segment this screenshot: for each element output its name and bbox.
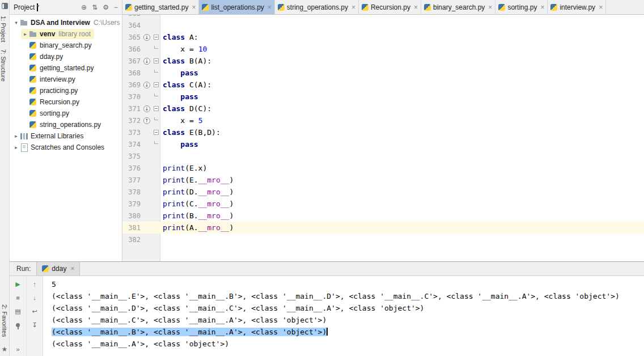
collapse-all-icon[interactable]: ⇅ (92, 4, 98, 11)
overrides-gutter-icon[interactable]: ↑ (142, 117, 152, 124)
editor-line[interactable]: 376print(E.x) (122, 162, 644, 174)
tree-item-content: interview.py (21, 74, 79, 84)
editor-tab-recursion-py[interactable]: Recursion.py× (359, 0, 421, 14)
editor-line[interactable]: 382 (122, 234, 644, 245)
fold-marker-icon[interactable] (152, 91, 160, 103)
code-editor[interactable]: 363364365↓class A:366 x = 10367↓class B(… (122, 15, 644, 261)
editor-line[interactable]: 377print(E.__mro__) (122, 174, 644, 186)
tree-item-scratches-and-consoles[interactable]: ▸Scratches and Consoles (10, 142, 122, 153)
prev-occurrence-icon[interactable]: ↑ (31, 280, 39, 288)
tab-close-icon[interactable]: × (488, 3, 492, 11)
tree-item-external-libraries[interactable]: ▸External Libraries (10, 130, 122, 142)
fold-marker-icon[interactable] (152, 138, 160, 150)
subclassed-gutter-icon[interactable]: ↓ (142, 105, 152, 112)
run-tab-dday[interactable]: dday × (36, 262, 80, 276)
next-occurrence-icon[interactable]: ↓ (31, 294, 39, 302)
editor-line[interactable]: 368 pass (122, 67, 644, 79)
favorites-star-icon[interactable]: ★ (2, 345, 8, 353)
fold-marker-icon[interactable] (152, 126, 160, 138)
fold-marker-icon[interactable] (152, 79, 160, 91)
tree-collapsed-arrow-icon[interactable]: ▸ (12, 133, 20, 139)
console-line[interactable]: (<class '__main__.D'>, <class '__main__.… (52, 302, 644, 314)
tab-close-icon[interactable]: × (192, 3, 196, 11)
editor-line[interactable]: 380print(B.__mro__) (122, 210, 644, 222)
tree-collapsed-arrow-icon[interactable]: ▸ (12, 145, 20, 150)
editor-line[interactable]: 370 pass (122, 91, 644, 103)
pin-icon[interactable] (14, 321, 22, 329)
tree-item-venv[interactable]: ▸venvlibrary root (10, 28, 122, 40)
tree-item-content: getting_started.py (21, 63, 97, 73)
editor-tab-binary-search-py[interactable]: binary_search.py× (421, 0, 495, 14)
editor-tab-string-operations-py[interactable]: string_operations.py× (275, 0, 359, 14)
tab-close-icon[interactable]: × (414, 3, 418, 11)
console-line[interactable]: 5 (52, 278, 644, 290)
editor-tab-sorting-py[interactable]: sorting.py× (495, 0, 548, 14)
tree-item-dsa-and-interview[interactable]: ▾DSA and InterviewC:\Users (10, 17, 122, 28)
tree-item-dday-py[interactable]: dday.py (10, 51, 122, 62)
fold-marker-icon[interactable] (152, 67, 160, 79)
fold-spacer (152, 222, 160, 234)
locate-icon[interactable]: ⊕ (81, 4, 87, 11)
project-panel-toolbar: Project ▾ ⊕⇅⚙− (10, 0, 122, 15)
editor-tab-getting-started-py[interactable]: getting_started.py× (122, 0, 199, 14)
fold-spacer (152, 150, 160, 162)
soft-wrap-icon[interactable]: ↩ (31, 307, 39, 315)
editor-line[interactable]: 375 (122, 150, 644, 162)
editor-line[interactable]: 381print(A.__mro__) (122, 222, 644, 234)
editor-tab-list-operations-py[interactable]: list_operations.py× (199, 0, 274, 14)
console-line[interactable]: (<class '__main__.B'>, <class '__main__.… (52, 326, 644, 338)
editor-line[interactable]: 365↓class A: (122, 31, 644, 43)
tree-item-sorting-py[interactable]: sorting.py (10, 108, 122, 119)
subclassed-gutter-icon[interactable]: ↓ (142, 58, 152, 65)
restore-layout-icon[interactable]: ▤ (14, 307, 22, 315)
editor-line[interactable]: 366 x = 10 (122, 43, 644, 55)
stripe-button-1-project[interactable]: 1: Project (0, 16, 7, 42)
stop-icon[interactable]: ■ (14, 294, 22, 302)
editor-line[interactable]: 379print(C.__mro__) (122, 198, 644, 210)
editor-line[interactable]: 378print(D.__mro__) (122, 186, 644, 198)
run-console-output[interactable]: 5(<class '__main__.E'>, <class '__main__… (43, 276, 644, 356)
python-file-icon (550, 4, 557, 11)
gear-icon[interactable]: ⚙ (103, 4, 109, 11)
hide-panel-icon[interactable]: − (114, 4, 118, 11)
subclassed-gutter-icon[interactable]: ↓ (142, 82, 152, 88)
more-options-icon[interactable]: » (14, 345, 22, 353)
editor-line[interactable]: 363 (122, 15, 644, 19)
editor-line[interactable]: 371↓class D(C): (122, 103, 644, 115)
tree-item-interview-py[interactable]: interview.py (10, 74, 122, 85)
tree-item-practicing-py[interactable]: practicing.py (10, 85, 122, 96)
fold-marker-icon[interactable] (152, 55, 160, 67)
tab-close-icon[interactable]: × (351, 3, 355, 11)
tree-item-recursion-py[interactable]: Recursion.py (10, 96, 122, 108)
editor-line[interactable]: 374 pass (122, 138, 644, 150)
fold-marker-icon[interactable] (152, 115, 160, 126)
subclassed-gutter-icon[interactable]: ↓ (142, 34, 152, 41)
tool-window-icon[interactable] (2, 3, 8, 9)
tree-expanded-arrow-icon[interactable]: ▾ (12, 20, 20, 26)
tab-close-icon[interactable]: × (70, 265, 74, 273)
editor-line[interactable]: 369↓class C(A): (122, 79, 644, 91)
editor-line[interactable]: 364 (122, 19, 644, 31)
editor-tab-interview-py[interactable]: interview.py× (548, 0, 606, 14)
tree-item-getting-started-py[interactable]: getting_started.py (10, 62, 122, 74)
stripe-button-2-favorites[interactable]: 2: Favorites (1, 304, 8, 337)
scroll-to-end-icon[interactable]: ↧ (31, 321, 39, 329)
tab-close-icon[interactable]: × (540, 3, 544, 11)
stripe-button-7-structure[interactable]: 7: Structure (0, 49, 7, 82)
editor-line[interactable]: 372↑ x = 5 (122, 115, 644, 126)
tab-close-icon[interactable]: × (268, 3, 272, 11)
tree-item-string-operations-py[interactable]: string_operations.py (10, 119, 122, 130)
tree-item-binary-search-py[interactable]: binary_search.py (10, 40, 122, 51)
console-line[interactable]: (<class '__main__.C'>, <class '__main__.… (52, 314, 644, 326)
fold-marker-icon[interactable] (152, 31, 160, 43)
tree-collapsed-arrow-icon[interactable]: ▸ (22, 31, 29, 37)
editor-line[interactable]: 367↓class B(A): (122, 55, 644, 67)
tab-close-icon[interactable]: × (599, 3, 603, 11)
editor-line[interactable]: 373class E(B,D): (122, 126, 644, 138)
console-line[interactable]: (<class '__main__.E'>, <class '__main__.… (52, 290, 644, 302)
console-line[interactable]: (<class '__main__.A'>, <class 'object'>) (52, 338, 644, 350)
project-view-dropdown[interactable]: Project ▾ (14, 3, 38, 11)
rerun-icon[interactable]: ▶ (14, 280, 22, 288)
fold-marker-icon[interactable] (152, 103, 160, 115)
fold-marker-icon[interactable] (152, 43, 160, 55)
